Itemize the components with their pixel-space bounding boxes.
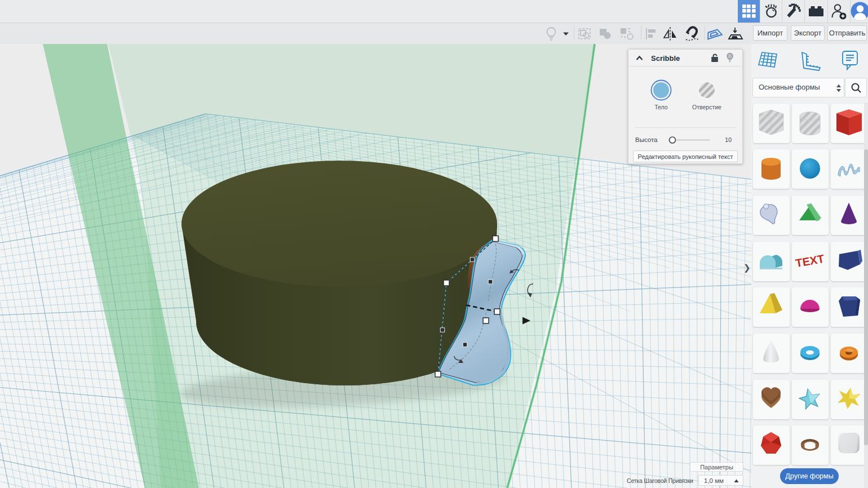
svg-text:Отверстие: Отверстие — [692, 104, 721, 110]
svg-text:10: 10 — [725, 136, 732, 143]
svg-text:Высота: Высота — [635, 136, 658, 143]
svg-text:Тело: Тело — [654, 104, 668, 110]
svg-text:ТЕХТ: ТЕХТ — [795, 252, 825, 269]
